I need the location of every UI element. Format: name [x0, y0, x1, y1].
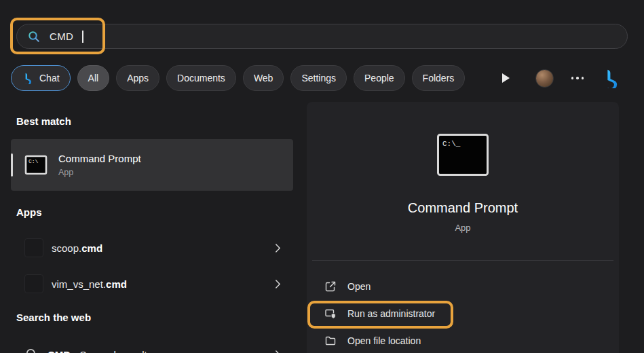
preview-subtitle: App [307, 223, 619, 234]
result-subtitle: App [58, 168, 141, 177]
result-title: Command Prompt [58, 153, 141, 164]
tab-label: Chat [39, 73, 60, 83]
tabs-right-cluster [502, 68, 622, 88]
tab-label: All [88, 73, 99, 83]
tab-documents[interactable]: Documents [166, 65, 236, 91]
tab-label: People [364, 73, 394, 83]
tab-settings[interactable]: Settings [290, 65, 347, 91]
action-label: Run as administrator [347, 308, 435, 319]
play-icon[interactable] [502, 73, 510, 83]
open-icon [324, 280, 337, 293]
chevron-right-icon[interactable] [272, 276, 284, 292]
admin-shield-icon [324, 308, 337, 320]
divider [312, 260, 613, 261]
filter-tabs: Chat All Apps Documents Web Settings Peo… [11, 65, 622, 91]
tab-label: Documents [177, 73, 225, 83]
open-file-location-button[interactable]: Open file location [307, 327, 619, 353]
search-icon [27, 30, 41, 43]
tab-chat[interactable]: Chat [11, 65, 71, 91]
chevron-right-icon[interactable] [272, 347, 284, 353]
more-options-icon[interactable] [569, 74, 587, 82]
search-icon [24, 347, 39, 353]
app-result-scoop-cmd[interactable]: scoop.cmd [11, 231, 293, 265]
tab-label: Settings [301, 73, 336, 83]
cmd-file-icon [24, 274, 43, 293]
tab-folders[interactable]: Folders [412, 65, 466, 91]
action-label: Open [347, 281, 371, 292]
bing-logo-icon[interactable] [601, 68, 622, 88]
open-button[interactable]: Open [307, 273, 619, 300]
results-list: Best match C:\ Command Prompt App Apps s… [11, 102, 293, 353]
result-title: CMD - See web results [48, 349, 152, 353]
tab-apps[interactable]: Apps [116, 65, 159, 91]
bing-chat-icon [22, 72, 34, 84]
svg-text:C:\: C:\ [29, 158, 39, 164]
tab-people[interactable]: People [354, 65, 405, 91]
text-caret [82, 31, 83, 43]
best-match-result-command-prompt[interactable]: C:\ Command Prompt App [11, 139, 293, 191]
apps-heading: Apps [11, 191, 293, 219]
search-the-web-heading: Search the web [11, 301, 293, 324]
cmd-file-icon [24, 238, 43, 257]
tab-label: Folders [423, 73, 455, 83]
chevron-right-icon[interactable] [272, 240, 284, 256]
command-prompt-icon: C:\ [24, 155, 48, 175]
search-query-text: CMD [50, 31, 73, 42]
result-title: vim_vs_net.cmd [52, 278, 127, 290]
result-title: scoop.cmd [52, 242, 102, 254]
svg-text:C:\_: C:\_ [442, 140, 461, 148]
user-avatar[interactable] [535, 69, 554, 88]
app-result-vim-vs-net-cmd[interactable]: vim_vs_net.cmd [11, 267, 293, 301]
best-match-heading: Best match [11, 102, 293, 128]
tab-label: Web [254, 73, 273, 83]
tab-web[interactable]: Web [243, 65, 284, 91]
search-input[interactable]: CMD [16, 24, 628, 49]
tab-label: Apps [127, 73, 149, 83]
command-prompt-icon-large: C:\_ [436, 133, 489, 176]
action-label: Open file location [347, 335, 421, 346]
run-as-administrator-button[interactable]: Run as administrator [307, 300, 619, 327]
preview-title: Command Prompt [307, 200, 619, 216]
folder-icon [324, 335, 337, 347]
tab-all[interactable]: All [77, 65, 110, 91]
action-list: Open Run as administrator Open file loca… [307, 273, 619, 353]
preview-pane: C:\_ Command Prompt App Open [307, 102, 619, 353]
web-result-cmd[interactable]: CMD - See web results [11, 337, 293, 353]
